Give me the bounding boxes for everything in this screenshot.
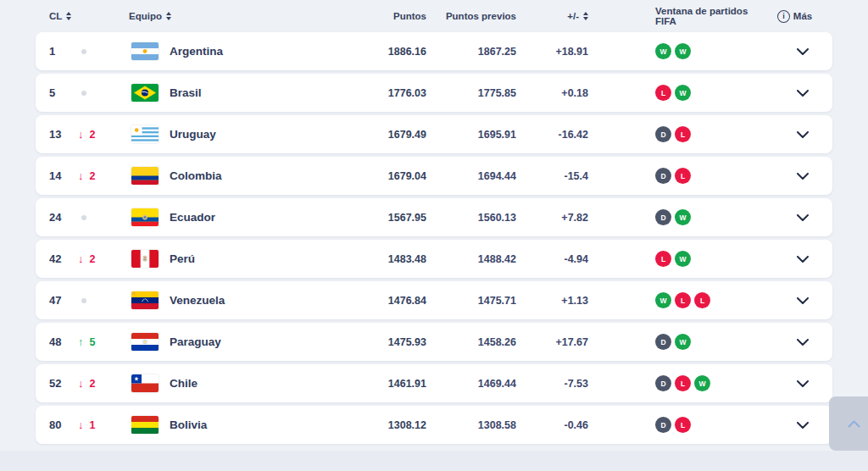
rank-change-value: 2 — [90, 129, 96, 141]
match-result-badge: L — [694, 292, 710, 308]
chevron-down-icon — [797, 90, 809, 97]
match-result-badge: W — [675, 209, 691, 225]
column-header-team[interactable]: Equipo — [129, 11, 343, 21]
rank-up-arrow-icon: ↑ — [78, 335, 84, 348]
team-row[interactable]: 52 ↓2 Chile 1461.91 1469.44 -7.53 DLW — [36, 364, 832, 402]
team-row[interactable]: 1 Argentina 1886.16 1867.25 +18.91 WW — [36, 32, 832, 70]
diff-value: +18.91 — [521, 46, 593, 58]
rank-value: 42 — [49, 252, 75, 265]
match-result-badge: L — [675, 168, 691, 184]
column-header-diff[interactable]: +/- — [521, 11, 593, 21]
team-row[interactable]: 14 ↓2 Colombia 1679.04 1694.44 -15.4 DL — [36, 157, 832, 195]
rank-movement: ↓2 — [75, 377, 129, 390]
rank-change-value: 2 — [90, 170, 96, 182]
chevron-down-icon — [797, 256, 809, 263]
match-result-badge: D — [655, 168, 671, 184]
match-window: DL — [593, 126, 790, 142]
match-result-badge: W — [675, 334, 691, 350]
points-value: 1679.49 — [343, 129, 428, 141]
fifa-ranking-page: CL Equipo Puntos Puntos previos +/- Vent… — [0, 0, 868, 471]
rank-down-arrow-icon: ↓ — [78, 128, 84, 141]
rank-movement — [75, 49, 129, 54]
team-row[interactable]: 13 ↓2 Uruguay 1679.49 1695.91 -16.42 DL — [36, 115, 832, 153]
sort-arrows-icon[interactable] — [166, 12, 171, 20]
match-result-badge: L — [655, 251, 671, 267]
diff-value: -4.94 — [521, 253, 593, 265]
match-window: DW — [593, 334, 790, 350]
footer-strip — [0, 451, 868, 471]
column-header-prev-points-label: Puntos previos — [446, 11, 516, 21]
team-row[interactable]: 24 Ecuador 1567.95 1560.13 +7.82 DW — [36, 198, 832, 236]
column-header-points-label: Puntos — [393, 11, 426, 21]
team-flag — [129, 291, 170, 309]
rank-value: 1 — [49, 45, 75, 58]
team-row[interactable]: 42 ↓2 Perú 1483.48 1488.42 -4.94 LW — [36, 240, 832, 278]
team-flag — [129, 250, 170, 268]
rank-change-value: 2 — [90, 253, 96, 265]
team-row[interactable]: 5 Brasil 1776.03 1775.85 +0.18 LW — [36, 74, 832, 112]
chevron-down-icon — [797, 173, 809, 180]
rank-value: 14 — [49, 169, 75, 182]
match-result-badge: W — [675, 43, 691, 59]
team-row[interactable]: 48 ↑5 Paraguay 1475.93 1458.26 +17.67 DW — [36, 323, 832, 361]
match-window: LW — [593, 251, 790, 267]
points-value: 1475.93 — [343, 336, 428, 348]
rank-movement — [75, 298, 129, 303]
expand-row-button[interactable] — [793, 86, 812, 100]
column-header-more-label: Más — [793, 11, 812, 21]
rank-value: 52 — [49, 377, 75, 390]
sort-arrows-icon[interactable] — [583, 12, 588, 20]
rank-down-arrow-icon: ↓ — [78, 377, 84, 390]
column-header-points: Puntos — [343, 11, 428, 21]
prev-points-value: 1458.26 — [428, 336, 521, 348]
team-flag — [129, 42, 170, 60]
rank-change-value: 1 — [90, 419, 96, 431]
rank-down-arrow-icon: ↓ — [78, 252, 84, 265]
rank-value: 5 — [49, 86, 75, 99]
column-header-rank[interactable]: CL — [49, 11, 75, 21]
team-flag — [129, 84, 170, 102]
match-window: WLL — [593, 292, 790, 308]
team-flag — [129, 125, 170, 143]
expand-row-button[interactable] — [793, 377, 812, 391]
team-name: Argentina — [170, 45, 343, 58]
expand-row-button[interactable] — [793, 252, 812, 266]
prev-points-value: 1695.91 — [428, 129, 521, 141]
column-header-prev-points: Puntos previos — [428, 11, 521, 21]
expand-row-button[interactable] — [793, 211, 812, 224]
expand-row-button[interactable] — [793, 294, 812, 308]
team-row[interactable]: 80 ↓1 Bolivia 1308.12 1308.58 -0.46 DL — [36, 406, 832, 444]
no-movement-dot-icon — [81, 298, 86, 303]
match-result-badge: D — [655, 126, 671, 142]
info-icon[interactable]: i — [777, 10, 790, 23]
chevron-down-icon — [797, 131, 809, 138]
expand-row-button[interactable] — [793, 45, 812, 58]
sort-arrows-icon[interactable] — [66, 12, 71, 20]
match-result-badge: W — [694, 375, 710, 391]
column-header-team-label: Equipo — [129, 11, 162, 21]
expand-row-button[interactable] — [793, 335, 812, 349]
team-row[interactable]: 47 Venezuela 1476.84 1475.71 +1.13 WLL — [36, 281, 832, 319]
back-to-top-button[interactable] — [829, 396, 868, 451]
team-name: Colombia — [170, 169, 343, 182]
team-name: Chile — [170, 377, 343, 390]
chevron-down-icon — [797, 297, 809, 304]
column-header-more: Más — [790, 11, 815, 21]
column-header-rank-label: CL — [49, 11, 62, 21]
no-movement-dot-icon — [81, 215, 86, 220]
rows: 1 Argentina 1886.16 1867.25 +18.91 WW 5 … — [36, 32, 832, 444]
column-header-match-window: Ventana de partidos FIFA i — [593, 6, 790, 26]
team-flag — [129, 208, 170, 226]
match-result-badge: L — [675, 126, 691, 142]
expand-row-button[interactable] — [793, 418, 812, 432]
points-value: 1461.91 — [343, 378, 428, 390]
match-window: DL — [593, 168, 790, 184]
expand-row-button[interactable] — [793, 128, 812, 141]
expand-row-button[interactable] — [793, 169, 812, 183]
diff-value: +0.18 — [521, 87, 593, 99]
team-flag — [129, 333, 170, 351]
points-value: 1679.04 — [343, 170, 428, 182]
prev-points-value: 1560.13 — [428, 212, 521, 224]
rank-movement — [75, 91, 129, 96]
team-name: Perú — [170, 252, 343, 265]
